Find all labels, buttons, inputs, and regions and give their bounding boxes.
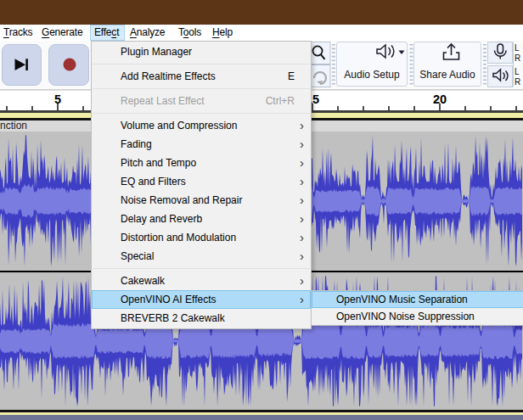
svg-text:R: R — [515, 53, 520, 63]
svg-text:L: L — [515, 67, 520, 76]
svg-text:R: R — [515, 77, 520, 87]
svg-text:5: 5 — [54, 92, 61, 106]
svg-text:20: 20 — [433, 92, 447, 106]
svg-text:L: L — [515, 43, 520, 53]
